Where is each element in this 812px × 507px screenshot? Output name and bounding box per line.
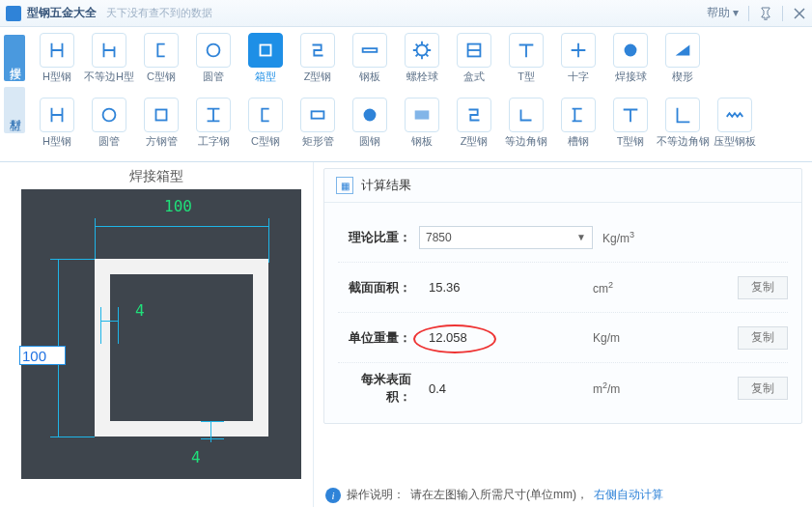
tool-h-steel[interactable]: H型钢 bbox=[31, 29, 83, 86]
tool-eq-angle[interactable]: 等边角钢 bbox=[500, 94, 552, 151]
tool-plate[interactable]: 钢板 bbox=[344, 29, 396, 86]
box-shape bbox=[95, 259, 268, 437]
tool-box[interactable]: 箱型 bbox=[239, 29, 292, 86]
tool-z-steel2[interactable]: Z型钢 bbox=[448, 94, 500, 151]
unit-weight-copy-button[interactable]: 复制 bbox=[738, 326, 788, 350]
chevron-down-icon: ▼ bbox=[576, 232, 586, 242]
unit-weight-unit: Kg/m bbox=[593, 331, 660, 345]
sq-tube-icon bbox=[144, 98, 179, 132]
results-head: ▦ 计算结果 bbox=[324, 169, 801, 203]
dim-thick2-b bbox=[201, 421, 224, 422]
tool-rect-tube[interactable]: 矩形管 bbox=[292, 94, 344, 151]
c-steel2-icon bbox=[248, 98, 283, 132]
diagram-canvas[interactable]: 100 100 4 4 bbox=[21, 189, 301, 479]
surface-value: 0.4 bbox=[419, 381, 593, 396]
i-steel-icon bbox=[196, 98, 231, 132]
rect-tube-icon bbox=[300, 98, 335, 132]
tool-t-type[interactable]: T型 bbox=[500, 29, 552, 86]
dim-top-line bbox=[95, 226, 268, 227]
tool-label: 等边角钢 bbox=[505, 136, 547, 147]
tool-label: 不等边角钢 bbox=[657, 136, 710, 147]
ribbon: H型钢不等边H型C型钢圆管箱型Z型钢钢板螺栓球盒式T型十字焊接球楔形 H型钢圆管… bbox=[29, 27, 812, 161]
ribbon-row-1: H型钢不等边H型C型钢圆管箱型Z型钢钢板螺栓球盒式T型十字焊接球楔形 bbox=[29, 27, 812, 92]
area-unit: cm2 bbox=[593, 280, 660, 296]
tool-t-steel[interactable]: T型钢 bbox=[604, 94, 657, 151]
hint-tail: 右侧自动计算 bbox=[594, 487, 663, 503]
plate-icon bbox=[352, 33, 387, 68]
row-density: 理论比重： 7850 ▼ Kg/m3 bbox=[338, 212, 788, 263]
h-steel-icon bbox=[40, 33, 74, 68]
tool-label: H型钢 bbox=[42, 71, 71, 82]
dim-thick2-c bbox=[201, 438, 224, 439]
tool-label: 钢板 bbox=[359, 71, 380, 82]
pin-icon[interactable] bbox=[759, 7, 772, 20]
dim-top-tick-l bbox=[95, 218, 96, 263]
tool-label: 盒式 bbox=[463, 71, 485, 82]
tab-weld[interactable]: 焊接 bbox=[4, 35, 25, 81]
eq-angle-icon bbox=[509, 98, 544, 132]
tool-i-steel[interactable]: 工字钢 bbox=[187, 94, 239, 151]
tool-label: 螺栓球 bbox=[406, 71, 438, 82]
dim-thick1-b bbox=[100, 307, 101, 344]
tool-bolt-ball[interactable]: 螺栓球 bbox=[396, 29, 448, 86]
surface-unit: m2/m bbox=[593, 380, 660, 396]
tool-sq-tube[interactable]: 方钢管 bbox=[135, 94, 187, 151]
app-title: 型钢五金大全 bbox=[27, 5, 97, 21]
wedge-icon bbox=[665, 33, 700, 68]
help-link[interactable]: 帮助 ▾ bbox=[707, 5, 739, 21]
tool-channel[interactable]: 槽钢 bbox=[552, 94, 604, 151]
results-title: 计算结果 bbox=[361, 177, 411, 194]
tool-box-style[interactable]: 盒式 bbox=[448, 29, 500, 86]
density-dropdown[interactable]: 7850 ▼ bbox=[419, 226, 593, 249]
tool-label: H型钢 bbox=[42, 136, 71, 147]
tool-label: 圆管 bbox=[203, 71, 224, 82]
unit-weight-label: 单位重量： bbox=[338, 329, 419, 347]
surface-copy-button[interactable]: 复制 bbox=[738, 377, 788, 400]
press-plate-icon bbox=[717, 98, 752, 132]
left-pane: 焊接箱型 100 100 4 4 bbox=[0, 162, 314, 507]
tool-label: 楔形 bbox=[672, 71, 693, 82]
bolt-ball-icon bbox=[405, 33, 439, 68]
ribbon-area: 焊接 型材 H型钢不等边H型C型钢圆管箱型Z型钢钢板螺栓球盒式T型十字焊接球楔形… bbox=[0, 27, 812, 162]
tool-round-tube2[interactable]: 圆管 bbox=[83, 94, 135, 151]
area-copy-button[interactable]: 复制 bbox=[738, 276, 788, 299]
tool-press-plate[interactable]: 压型钢板 bbox=[709, 94, 761, 151]
tool-round-tube[interactable]: 圆管 bbox=[187, 29, 239, 86]
tool-c-steel[interactable]: C型钢 bbox=[135, 29, 187, 86]
divider bbox=[748, 6, 749, 21]
divider bbox=[782, 6, 783, 21]
svg-point-9 bbox=[364, 109, 377, 122]
tool-plate2[interactable]: 钢板 bbox=[396, 94, 448, 151]
close-icon[interactable] bbox=[793, 7, 806, 20]
tool-round-steel[interactable]: 圆钢 bbox=[344, 94, 396, 151]
tool-h-steel2[interactable]: H型钢 bbox=[31, 94, 83, 151]
tool-weld-ball[interactable]: 焊接球 bbox=[604, 29, 657, 86]
right-pane: ▦ 计算结果 理论比重： 7850 ▼ Kg/m3 截面面积： 15.36 cm… bbox=[314, 162, 812, 507]
tool-z-steel[interactable]: Z型钢 bbox=[292, 29, 344, 86]
tool-cross[interactable]: 十字 bbox=[552, 29, 604, 86]
tool-c-steel2[interactable]: C型钢 bbox=[239, 94, 292, 151]
dim-thick2-label: 4 bbox=[191, 448, 201, 466]
tool-uneq-h[interactable]: 不等边H型 bbox=[83, 29, 135, 86]
tool-label: 圆钢 bbox=[359, 136, 380, 147]
svg-point-0 bbox=[208, 44, 220, 57]
dim-top-label: 100 bbox=[164, 197, 192, 215]
channel-icon bbox=[561, 98, 596, 132]
hint-bar: i 操作说明： 请在左图输入所需尺寸(单位mm)， 右侧自动计算 bbox=[325, 487, 663, 503]
dim-left-input[interactable]: 100 bbox=[19, 346, 66, 365]
z-steel2-icon bbox=[457, 98, 491, 132]
tool-uneq-angle[interactable]: 不等边角钢 bbox=[657, 94, 709, 151]
tab-profile[interactable]: 型材 bbox=[4, 87, 25, 133]
row-surface: 每米表面积： 0.4 m2/m 复制 bbox=[338, 363, 788, 413]
tool-label: 槽钢 bbox=[568, 136, 589, 147]
tool-wedge[interactable]: 楔形 bbox=[657, 29, 709, 86]
tool-label: T型 bbox=[518, 71, 535, 82]
row-area: 截面面积： 15.36 cm2 复制 bbox=[338, 263, 788, 313]
svg-rect-10 bbox=[415, 110, 430, 119]
app-logo-icon bbox=[6, 6, 21, 21]
svg-rect-2 bbox=[363, 48, 378, 52]
tool-label: 工字钢 bbox=[198, 136, 230, 147]
t-steel-icon bbox=[613, 98, 648, 132]
z-steel-icon bbox=[300, 33, 335, 68]
tool-label: Z型钢 bbox=[304, 71, 332, 82]
